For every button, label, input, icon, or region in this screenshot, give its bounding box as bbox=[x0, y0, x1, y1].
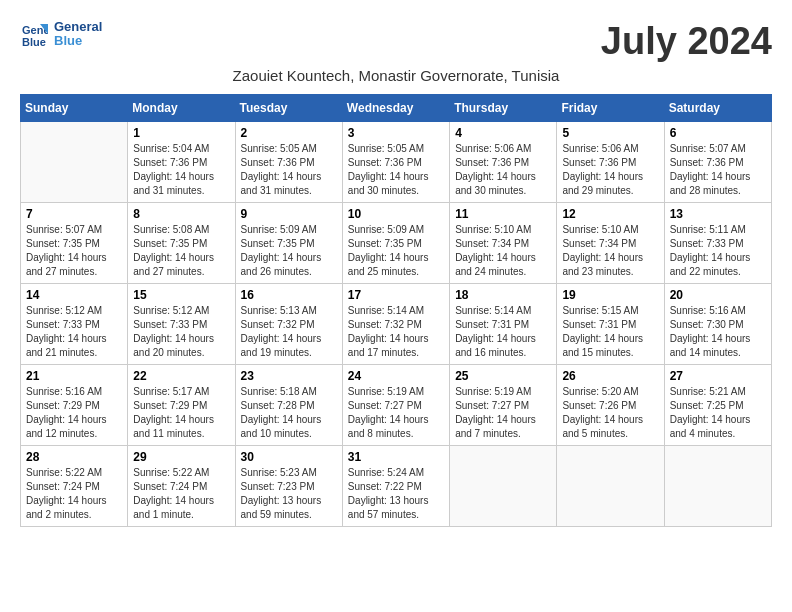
day-number: 8 bbox=[133, 207, 229, 221]
calendar-cell: 20Sunrise: 5:16 AMSunset: 7:30 PMDayligh… bbox=[664, 284, 771, 365]
day-info: Sunrise: 5:06 AMSunset: 7:36 PMDaylight:… bbox=[455, 142, 551, 198]
calendar-cell: 26Sunrise: 5:20 AMSunset: 7:26 PMDayligh… bbox=[557, 365, 664, 446]
calendar-cell: 21Sunrise: 5:16 AMSunset: 7:29 PMDayligh… bbox=[21, 365, 128, 446]
calendar-cell bbox=[557, 446, 664, 527]
svg-text:Blue: Blue bbox=[22, 36, 46, 48]
calendar-cell: 29Sunrise: 5:22 AMSunset: 7:24 PMDayligh… bbox=[128, 446, 235, 527]
calendar-cell: 14Sunrise: 5:12 AMSunset: 7:33 PMDayligh… bbox=[21, 284, 128, 365]
day-number: 21 bbox=[26, 369, 122, 383]
calendar-cell: 6Sunrise: 5:07 AMSunset: 7:36 PMDaylight… bbox=[664, 122, 771, 203]
day-info: Sunrise: 5:20 AMSunset: 7:26 PMDaylight:… bbox=[562, 385, 658, 441]
day-number: 5 bbox=[562, 126, 658, 140]
calendar-cell: 1Sunrise: 5:04 AMSunset: 7:36 PMDaylight… bbox=[128, 122, 235, 203]
calendar-cell: 19Sunrise: 5:15 AMSunset: 7:31 PMDayligh… bbox=[557, 284, 664, 365]
logo-icon: General Blue bbox=[20, 20, 48, 48]
day-number: 22 bbox=[133, 369, 229, 383]
day-info: Sunrise: 5:19 AMSunset: 7:27 PMDaylight:… bbox=[348, 385, 444, 441]
day-number: 16 bbox=[241, 288, 337, 302]
day-info: Sunrise: 5:19 AMSunset: 7:27 PMDaylight:… bbox=[455, 385, 551, 441]
day-number: 28 bbox=[26, 450, 122, 464]
day-number: 11 bbox=[455, 207, 551, 221]
calendar-cell: 12Sunrise: 5:10 AMSunset: 7:34 PMDayligh… bbox=[557, 203, 664, 284]
calendar-cell: 17Sunrise: 5:14 AMSunset: 7:32 PMDayligh… bbox=[342, 284, 449, 365]
day-number: 19 bbox=[562, 288, 658, 302]
weekday-header-sunday: Sunday bbox=[21, 95, 128, 122]
day-info: Sunrise: 5:16 AMSunset: 7:30 PMDaylight:… bbox=[670, 304, 766, 360]
day-number: 12 bbox=[562, 207, 658, 221]
calendar-cell: 2Sunrise: 5:05 AMSunset: 7:36 PMDaylight… bbox=[235, 122, 342, 203]
logo-line1: General bbox=[54, 20, 102, 34]
calendar-cell: 16Sunrise: 5:13 AMSunset: 7:32 PMDayligh… bbox=[235, 284, 342, 365]
calendar-cell: 30Sunrise: 5:23 AMSunset: 7:23 PMDayligh… bbox=[235, 446, 342, 527]
day-number: 24 bbox=[348, 369, 444, 383]
day-number: 6 bbox=[670, 126, 766, 140]
day-number: 3 bbox=[348, 126, 444, 140]
day-number: 23 bbox=[241, 369, 337, 383]
calendar-cell: 7Sunrise: 5:07 AMSunset: 7:35 PMDaylight… bbox=[21, 203, 128, 284]
day-info: Sunrise: 5:12 AMSunset: 7:33 PMDaylight:… bbox=[133, 304, 229, 360]
calendar-table: SundayMondayTuesdayWednesdayThursdayFrid… bbox=[20, 94, 772, 527]
calendar-cell: 8Sunrise: 5:08 AMSunset: 7:35 PMDaylight… bbox=[128, 203, 235, 284]
day-info: Sunrise: 5:17 AMSunset: 7:29 PMDaylight:… bbox=[133, 385, 229, 441]
weekday-header-tuesday: Tuesday bbox=[235, 95, 342, 122]
day-info: Sunrise: 5:11 AMSunset: 7:33 PMDaylight:… bbox=[670, 223, 766, 279]
calendar-cell: 4Sunrise: 5:06 AMSunset: 7:36 PMDaylight… bbox=[450, 122, 557, 203]
calendar-cell: 3Sunrise: 5:05 AMSunset: 7:36 PMDaylight… bbox=[342, 122, 449, 203]
calendar-cell: 13Sunrise: 5:11 AMSunset: 7:33 PMDayligh… bbox=[664, 203, 771, 284]
day-info: Sunrise: 5:05 AMSunset: 7:36 PMDaylight:… bbox=[241, 142, 337, 198]
day-info: Sunrise: 5:10 AMSunset: 7:34 PMDaylight:… bbox=[455, 223, 551, 279]
day-info: Sunrise: 5:06 AMSunset: 7:36 PMDaylight:… bbox=[562, 142, 658, 198]
day-info: Sunrise: 5:15 AMSunset: 7:31 PMDaylight:… bbox=[562, 304, 658, 360]
day-info: Sunrise: 5:21 AMSunset: 7:25 PMDaylight:… bbox=[670, 385, 766, 441]
calendar-cell: 31Sunrise: 5:24 AMSunset: 7:22 PMDayligh… bbox=[342, 446, 449, 527]
day-info: Sunrise: 5:14 AMSunset: 7:31 PMDaylight:… bbox=[455, 304, 551, 360]
day-info: Sunrise: 5:09 AMSunset: 7:35 PMDaylight:… bbox=[348, 223, 444, 279]
day-number: 29 bbox=[133, 450, 229, 464]
calendar-cell bbox=[21, 122, 128, 203]
calendar-cell: 22Sunrise: 5:17 AMSunset: 7:29 PMDayligh… bbox=[128, 365, 235, 446]
calendar-cell bbox=[664, 446, 771, 527]
day-info: Sunrise: 5:16 AMSunset: 7:29 PMDaylight:… bbox=[26, 385, 122, 441]
day-number: 27 bbox=[670, 369, 766, 383]
day-info: Sunrise: 5:18 AMSunset: 7:28 PMDaylight:… bbox=[241, 385, 337, 441]
day-info: Sunrise: 5:14 AMSunset: 7:32 PMDaylight:… bbox=[348, 304, 444, 360]
day-info: Sunrise: 5:05 AMSunset: 7:36 PMDaylight:… bbox=[348, 142, 444, 198]
day-number: 17 bbox=[348, 288, 444, 302]
day-info: Sunrise: 5:22 AMSunset: 7:24 PMDaylight:… bbox=[133, 466, 229, 522]
weekday-header-monday: Monday bbox=[128, 95, 235, 122]
day-number: 25 bbox=[455, 369, 551, 383]
day-info: Sunrise: 5:22 AMSunset: 7:24 PMDaylight:… bbox=[26, 466, 122, 522]
calendar-cell: 23Sunrise: 5:18 AMSunset: 7:28 PMDayligh… bbox=[235, 365, 342, 446]
day-info: Sunrise: 5:08 AMSunset: 7:35 PMDaylight:… bbox=[133, 223, 229, 279]
location-title: Zaouiet Kountech, Monastir Governorate, … bbox=[20, 67, 772, 84]
day-number: 18 bbox=[455, 288, 551, 302]
day-number: 9 bbox=[241, 207, 337, 221]
day-info: Sunrise: 5:07 AMSunset: 7:35 PMDaylight:… bbox=[26, 223, 122, 279]
calendar-cell: 11Sunrise: 5:10 AMSunset: 7:34 PMDayligh… bbox=[450, 203, 557, 284]
day-info: Sunrise: 5:12 AMSunset: 7:33 PMDaylight:… bbox=[26, 304, 122, 360]
weekday-header-thursday: Thursday bbox=[450, 95, 557, 122]
day-number: 30 bbox=[241, 450, 337, 464]
day-number: 1 bbox=[133, 126, 229, 140]
day-number: 15 bbox=[133, 288, 229, 302]
calendar-cell: 18Sunrise: 5:14 AMSunset: 7:31 PMDayligh… bbox=[450, 284, 557, 365]
calendar-cell: 25Sunrise: 5:19 AMSunset: 7:27 PMDayligh… bbox=[450, 365, 557, 446]
day-info: Sunrise: 5:09 AMSunset: 7:35 PMDaylight:… bbox=[241, 223, 337, 279]
day-info: Sunrise: 5:07 AMSunset: 7:36 PMDaylight:… bbox=[670, 142, 766, 198]
day-number: 13 bbox=[670, 207, 766, 221]
calendar-cell: 27Sunrise: 5:21 AMSunset: 7:25 PMDayligh… bbox=[664, 365, 771, 446]
day-info: Sunrise: 5:24 AMSunset: 7:22 PMDaylight:… bbox=[348, 466, 444, 522]
weekday-header-friday: Friday bbox=[557, 95, 664, 122]
day-info: Sunrise: 5:13 AMSunset: 7:32 PMDaylight:… bbox=[241, 304, 337, 360]
day-number: 4 bbox=[455, 126, 551, 140]
logo-line2: Blue bbox=[54, 34, 102, 48]
day-info: Sunrise: 5:23 AMSunset: 7:23 PMDaylight:… bbox=[241, 466, 337, 522]
day-number: 14 bbox=[26, 288, 122, 302]
calendar-cell: 10Sunrise: 5:09 AMSunset: 7:35 PMDayligh… bbox=[342, 203, 449, 284]
day-number: 20 bbox=[670, 288, 766, 302]
weekday-header-wednesday: Wednesday bbox=[342, 95, 449, 122]
day-number: 7 bbox=[26, 207, 122, 221]
calendar-cell: 24Sunrise: 5:19 AMSunset: 7:27 PMDayligh… bbox=[342, 365, 449, 446]
day-number: 26 bbox=[562, 369, 658, 383]
weekday-header-saturday: Saturday bbox=[664, 95, 771, 122]
